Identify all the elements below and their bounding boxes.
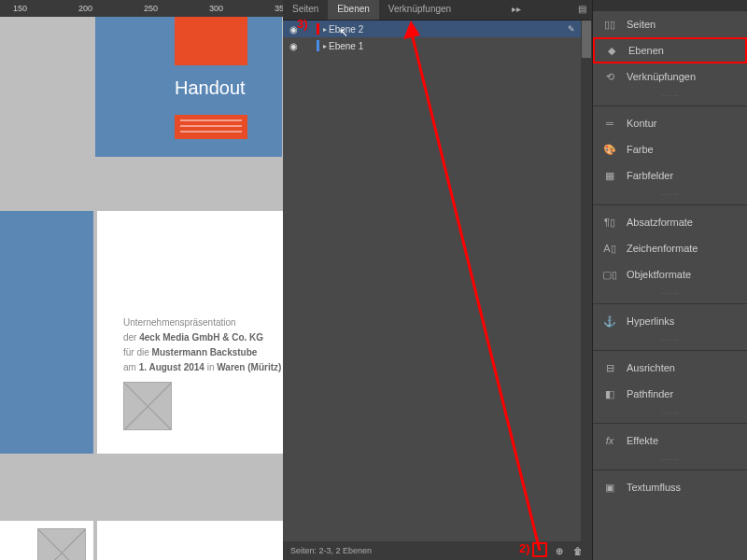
panel-grip[interactable]: ⋯⋯ — [593, 189, 747, 201]
panel-item-absatzformate[interactable]: ¶▯ Absatzformate — [593, 209, 747, 235]
ruler-mark: 200 — [78, 4, 92, 13]
align-icon: ⊟ — [602, 360, 617, 375]
panel-grip[interactable]: ⋯⋯ — [593, 407, 747, 419]
swatches-icon: ▦ — [602, 168, 617, 183]
callout-3: 3) — [297, 17, 308, 31]
footer-status: Seiten: 2-3, 2 Ebenen — [290, 546, 372, 555]
canvas-area[interactable]: Handout Unternehmenspräsentation der 4ec… — [0, 17, 283, 560]
layer-color-swatch — [317, 40, 319, 51]
panel-item-textumfluss[interactable]: ▣ Textumfluss — [593, 474, 747, 500]
panel-label: Zeichenformate — [627, 243, 698, 254]
panel-tabs: Seiten Ebenen Verknüpfungen ▸▸ ▤ — [283, 0, 592, 21]
panel-item-verknuepfungen[interactable]: ⟲ Verknüpfungen — [593, 63, 747, 90]
stroke-icon: ═ — [602, 116, 617, 131]
expand-arrow-icon[interactable]: ▸ — [323, 42, 327, 50]
paragraph-icon: ¶▯ — [602, 215, 617, 230]
panel-label: Hyperlinks — [627, 315, 674, 327]
panel-item-hyperlinks[interactable]: ⚓ Hyperlinks — [593, 308, 747, 334]
panel-label: Absatzformate — [627, 217, 693, 228]
layers-panel: Seiten Ebenen Verknüpfungen ▸▸ ▤ ◉ ▸ Ebe… — [283, 0, 592, 560]
orange-header-box — [175, 17, 247, 65]
object-icon: ▢▯ — [602, 267, 617, 282]
panel-label: Effekte — [627, 435, 658, 446]
panel-grip[interactable]: ⋯⋯ — [593, 454, 747, 466]
panel-item-kontur[interactable]: ═ Kontur — [593, 110, 747, 136]
pen-icon[interactable]: ✎ — [568, 24, 575, 34]
ruler-mark: 300 — [209, 4, 223, 13]
layer-name: Ebene 1 — [329, 41, 363, 51]
panel-footer: Seiten: 2-3, 2 Ebenen ⊕ 🗑 — [283, 541, 592, 560]
layer-color-swatch — [317, 23, 319, 35]
right-panel-header[interactable] — [593, 0, 747, 11]
scrollbar-vertical[interactable] — [581, 21, 592, 541]
page-bottom-right[interactable] — [97, 521, 283, 560]
panel-label: Pathfinder — [627, 388, 673, 399]
hyperlink-icon: ⚓ — [602, 314, 617, 329]
panel-label: Textumfluss — [627, 482, 681, 493]
panel-item-ausrichten[interactable]: ⊟ Ausrichten — [593, 355, 747, 381]
new-layer-icon[interactable]: ⊕ — [553, 544, 566, 557]
panel-label: Ausrichten — [627, 362, 675, 373]
panel-grip[interactable]: ⋯⋯ — [593, 287, 747, 300]
tab-verknuepfungen[interactable]: Verknüpfungen — [379, 0, 460, 20]
ruler-horizontal: 150 200 250 300 350 — [0, 0, 283, 17]
layers-icon: ◆ — [604, 43, 619, 58]
panel-label: Ebenen — [628, 45, 664, 56]
panel-label: Verknüpfungen — [627, 71, 696, 82]
panel-item-objektformate[interactable]: ▢▯ Objektformate — [593, 261, 747, 287]
links-icon: ⟲ — [602, 69, 617, 84]
textwrap-icon: ▣ — [602, 480, 617, 495]
pathfinder-icon: ◧ — [602, 386, 617, 401]
page-bottom-left[interactable] — [0, 521, 93, 560]
image-placeholder[interactable] — [123, 382, 172, 430]
page-blue-top[interactable]: Handout — [95, 17, 282, 157]
panel-label: Farbfelder — [627, 170, 673, 181]
callout-2: 2) — [519, 541, 530, 555]
panel-item-effekte[interactable]: fx Effekte — [593, 427, 747, 454]
right-dock-panel: ▯▯ Seiten ◆ Ebenen ⟲ Verknüpfungen ⋯⋯ ═ … — [592, 0, 747, 560]
panel-item-seiten[interactable]: ▯▯ Seiten — [593, 11, 747, 37]
character-icon: A▯ — [602, 241, 617, 256]
delete-layer-icon[interactable]: 🗑 — [571, 544, 585, 557]
pages-icon: ▯▯ — [602, 17, 617, 32]
ruler-mark: 250 — [144, 4, 158, 13]
expand-arrow-icon[interactable]: ▸ — [323, 25, 327, 34]
panel-label: Farbe — [627, 144, 654, 155]
visibility-icon[interactable]: ◉ — [287, 39, 300, 52]
panel-item-farbfelder[interactable]: ▦ Farbfelder — [593, 162, 747, 189]
panel-grip[interactable]: ⋯⋯ — [593, 334, 747, 346]
panel-label: Objektformate — [627, 269, 691, 280]
panel-label: Kontur — [627, 118, 656, 129]
panel-item-pathfinder[interactable]: ◧ Pathfinder — [593, 381, 747, 407]
panel-label: Seiten — [627, 19, 655, 30]
panel-collapse-icon[interactable]: ▸▸ — [506, 0, 527, 20]
panel-menu-icon[interactable]: ▤ — [572, 0, 592, 20]
scrollbar-thumb[interactable] — [582, 21, 591, 58]
layer-row-ebene1[interactable]: ◉ ▸ Ebene 1 — [283, 37, 592, 54]
presentation-text: Unternehmenspräsentation der 4eck Media … — [123, 315, 283, 375]
handout-title: Handout — [175, 77, 246, 99]
page-white-right[interactable]: Unternehmenspräsentation der 4eck Media … — [97, 211, 283, 454]
cursor-icon: ↖ — [339, 26, 348, 39]
fx-icon: fx — [602, 433, 617, 448]
page-blue-left[interactable] — [0, 211, 93, 454]
panel-grip[interactable]: ⋯⋯ — [593, 90, 747, 102]
panel-item-farbe[interactable]: 🎨 Farbe — [593, 136, 747, 162]
ruler-mark: 150 — [13, 4, 27, 13]
orange-lines-box — [175, 115, 247, 139]
layer-row-ebene2[interactable]: ◉ ▸ Ebene 2 ✎ — [283, 21, 592, 37]
tab-ebenen[interactable]: Ebenen — [328, 0, 378, 20]
panel-item-zeichenformate[interactable]: A▯ Zeichenformate — [593, 235, 747, 261]
color-icon: 🎨 — [602, 142, 617, 157]
image-placeholder-bottom[interactable] — [37, 528, 86, 560]
panel-item-ebenen[interactable]: ◆ Ebenen — [593, 37, 747, 63]
